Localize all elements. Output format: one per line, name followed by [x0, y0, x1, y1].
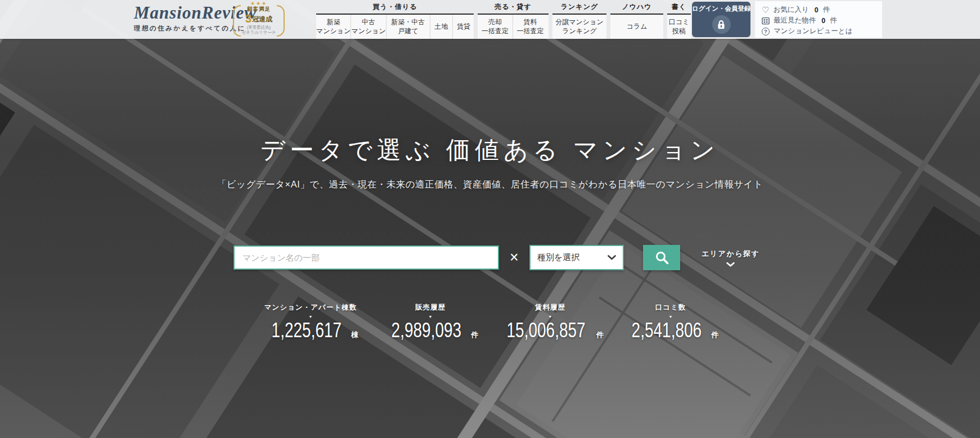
- stat-unit: 棟: [351, 330, 358, 340]
- lock-icon: [712, 15, 731, 34]
- nav-item-land[interactable]: 土地: [430, 15, 452, 39]
- recently-viewed-count: 0: [821, 17, 825, 25]
- nav-item-houses[interactable]: 新築・中古戸建て: [386, 15, 430, 39]
- nav-item-rental[interactable]: 賃貸: [452, 15, 475, 39]
- search-bar: × 種別を選択 エリアから探す: [233, 245, 759, 270]
- recently-viewed-link[interactable]: 最近見た物件 0 件: [762, 15, 882, 26]
- award-badge-title: 顧客満足: [232, 6, 286, 12]
- stat-value: 2,541,806: [631, 318, 702, 342]
- photo-darkening-overlay: [0, 0, 980, 438]
- heart-icon: ♡: [762, 6, 769, 14]
- hero-subtitle: 「ビッグデータ×AI」で、過去・現在・未来の適正価格、資産価値、居住者の口コミが…: [0, 178, 980, 191]
- stat-label: マンション・アパート棟数: [249, 303, 372, 312]
- nav-group-label: ランキング: [552, 0, 606, 14]
- about-site-link[interactable]: ? マンションレビューとは: [762, 26, 882, 37]
- nav-group-knowhow: ノウハウ コラム: [610, 0, 663, 39]
- stat-value: 15,006,857: [506, 318, 585, 342]
- stat-value: 1,225,617: [271, 318, 341, 342]
- nav-item-column[interactable]: コラム: [610, 15, 663, 39]
- main-navigation: 買う・借りる 新築マンション 中古マンション 新築・中古戸建て 土地 賃貸 売る…: [316, 0, 691, 39]
- nav-item-mansion-ranking[interactable]: 分譲マンションランキング: [552, 15, 606, 39]
- stat-review-count: 口コミ数 ▼ 2,541,806件: [609, 303, 732, 342]
- stat-rent-history: 賃料履歴 ▼ 15,006,857件: [488, 303, 612, 342]
- award-badge-source: ゼネラルリサーチ: [232, 30, 286, 35]
- stat-unit: 件: [471, 330, 478, 340]
- chevron-down-icon: [726, 262, 735, 267]
- stat-label: 販売履歴: [368, 303, 492, 312]
- hero-title: データで選ぶ 価値ある マンション: [0, 134, 980, 167]
- award-badge-number: 3: [245, 12, 251, 25]
- recently-viewed-label: 最近見た物件: [774, 16, 816, 25]
- site-header: MansionReview 理想の住みかえをすべての人に ★★★ 顧客満足 3冠…: [0, 0, 980, 39]
- nav-group-buy-rent: 買う・借りる 新築マンション 中古マンション 新築・中古戸建て 土地 賃貸: [316, 0, 474, 39]
- login-button-label: ログイン・会員登録: [692, 5, 750, 13]
- stat-unit: 件: [711, 330, 718, 340]
- nav-group-label: 書く: [667, 0, 691, 14]
- stat-unit: 件: [596, 330, 604, 340]
- stat-label: 賃料履歴: [488, 303, 612, 312]
- search-by-area-label: エリアから探す: [702, 249, 759, 259]
- chevron-down-icon: [608, 255, 616, 260]
- favorites-count: 0: [815, 6, 819, 14]
- stat-sales-history: 販売履歴 ▼ 2,989,093件: [368, 303, 492, 342]
- search-icon: [654, 250, 669, 265]
- building-icon: [762, 17, 770, 25]
- mansion-name-search-input[interactable]: [233, 245, 499, 270]
- stat-label: 口コミ数: [609, 303, 732, 312]
- property-type-select-value: 種別を選択: [537, 252, 579, 263]
- award-badge-achievement: 3冠達成: [232, 12, 286, 25]
- question-icon: ?: [762, 28, 770, 35]
- search-button[interactable]: [643, 245, 680, 270]
- favorites-label: お気に入り: [773, 5, 808, 15]
- nav-item-used-mansion[interactable]: 中古マンション: [350, 15, 385, 39]
- stat-building-count: マンション・アパート棟数 ▼ 1,225,617棟: [249, 303, 372, 342]
- nav-group-label: 買う・借りる: [316, 0, 474, 14]
- stat-value: 2,989,093: [391, 318, 461, 342]
- city-aerial-background-image: [0, 0, 980, 438]
- nav-item-sale-appraisal[interactable]: 売却一括査定: [478, 15, 513, 39]
- search-by-area-link[interactable]: エリアから探す: [702, 249, 759, 267]
- nav-group-write: 書く 口コミ投稿: [667, 0, 691, 39]
- nav-group-sell-lease: 売る・貸す 売却一括査定 賃料一括査定: [478, 0, 549, 39]
- page: MansionReview 理想の住みかえをすべての人に ★★★ 顧客満足 3冠…: [0, 0, 980, 438]
- user-quick-menu: ♡ お気に入り 0 件 最近見た物件 0 件 ? マンションレビューと: [755, 1, 882, 38]
- nav-item-rent-appraisal[interactable]: 賃料一括査定: [513, 15, 547, 39]
- award-badge: ★★★ 顧客満足 3冠達成 (実査委託先) ゼネラルリサーチ: [232, 1, 286, 38]
- award-badge-achievement-text: 冠達成: [252, 15, 272, 23]
- property-type-select[interactable]: 種別を選択: [529, 245, 624, 270]
- nav-group-label: 売る・貸す: [478, 0, 549, 14]
- login-register-button[interactable]: ログイン・会員登録: [692, 2, 750, 37]
- nav-item-post-review[interactable]: 口コミ投稿: [667, 15, 691, 39]
- nav-item-new-mansion[interactable]: 新築マンション: [316, 15, 350, 39]
- favorites-link[interactable]: ♡ お気に入り 0 件: [762, 5, 882, 15]
- nav-group-ranking: ランキング 分譲マンションランキング: [552, 0, 606, 39]
- search-separator: ×: [499, 245, 529, 270]
- about-site-label: マンションレビューとは: [774, 26, 852, 36]
- nav-group-label: ノウハウ: [610, 0, 663, 14]
